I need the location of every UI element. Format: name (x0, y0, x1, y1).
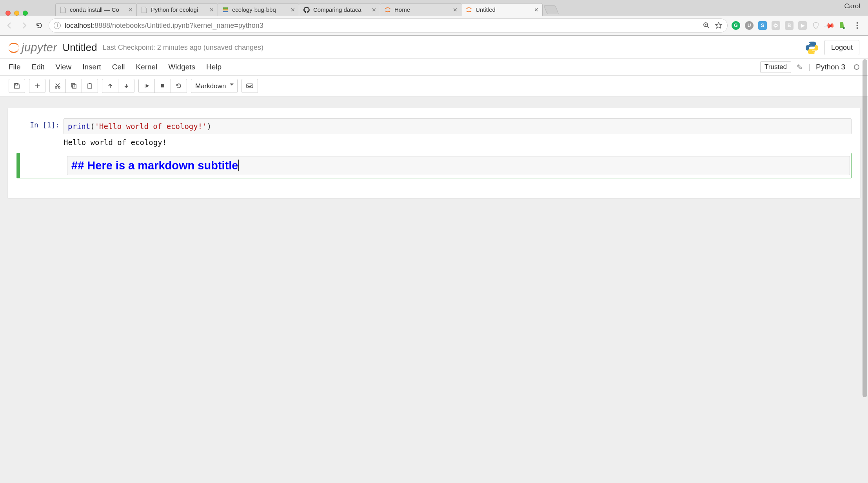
cell-prompt: In [1]: (16, 118, 64, 147)
command-palette-button[interactable] (242, 79, 258, 93)
star-icon[interactable] (715, 22, 723, 29)
cell-prompt-empty (17, 155, 67, 176)
svg-rect-17 (161, 84, 164, 87)
text-cursor (238, 160, 239, 171)
logout-button[interactable]: Logout (824, 40, 859, 55)
cut-button[interactable] (49, 79, 66, 93)
scrollbar-thumb[interactable] (863, 59, 867, 397)
kernel-name[interactable]: Python 3 (816, 63, 845, 71)
save-button[interactable] (9, 79, 25, 93)
cell-type-select[interactable]: Markdown (191, 79, 238, 93)
browser-tab-conda[interactable]: conda install — Co ✕ (55, 3, 137, 16)
close-icon[interactable]: ✕ (291, 7, 295, 13)
markdown-input-area[interactable]: ## Here is a markdown subtitle (67, 156, 850, 175)
extension-skype-icon[interactable]: S (758, 21, 767, 30)
browser-chrome: conda install — Co ✕ Python for ecologi … (0, 0, 868, 36)
extension-icons: G U S B ▶ 📌 0 (732, 20, 864, 31)
maximize-window-button[interactable] (23, 11, 28, 16)
tab-label: conda install — Co (70, 6, 125, 13)
new-tab-button[interactable] (544, 5, 559, 14)
svg-rect-10 (16, 84, 18, 85)
close-icon[interactable]: ✕ (209, 7, 214, 13)
move-down-button[interactable] (118, 79, 134, 93)
interrupt-button[interactable] (154, 79, 171, 93)
menu-insert[interactable]: Insert (82, 63, 101, 71)
jupyter-logo[interactable]: jupyter (9, 41, 57, 54)
notebook-title[interactable]: Untitled (63, 42, 97, 54)
jupyter-logo-text: jupyter (22, 41, 57, 54)
browser-menu-button[interactable] (852, 20, 863, 31)
tab-strip: conda install — Co ✕ Python for ecologi … (0, 0, 868, 16)
address-bar[interactable]: i localhost :8888 /notebooks/Untitled.ip… (49, 18, 728, 33)
svg-point-8 (856, 25, 858, 26)
browser-tab-untitled[interactable]: Untitled ✕ (461, 3, 543, 16)
close-icon[interactable]: ✕ (372, 7, 376, 13)
code-cell[interactable]: In [1]: print('Hello world of ecology!')… (16, 118, 852, 147)
markdown-cell-editing[interactable]: ## Here is a markdown subtitle (16, 153, 852, 178)
window-controls (5, 11, 28, 16)
minimize-window-button[interactable] (14, 11, 19, 16)
extension-shield-icon[interactable] (812, 21, 820, 30)
extension-settings-icon[interactable] (772, 21, 780, 30)
menu-view[interactable]: View (55, 63, 71, 71)
file-icon (141, 7, 147, 13)
paste-button[interactable] (82, 79, 98, 93)
forward-button[interactable] (19, 20, 30, 31)
svg-rect-19 (247, 85, 248, 86)
extension-ublock-icon[interactable]: U (745, 21, 754, 30)
svg-point-9 (856, 27, 858, 29)
code-token-paren: ( (90, 122, 94, 131)
menu-cell[interactable]: Cell (112, 63, 125, 71)
menu-edit[interactable]: Edit (32, 63, 45, 71)
python-logo-icon (805, 41, 819, 55)
close-window-button[interactable] (5, 11, 11, 16)
back-button[interactable] (4, 20, 15, 31)
menu-widgets[interactable]: Widgets (168, 63, 195, 71)
copy-button[interactable] (65, 79, 82, 93)
close-icon[interactable]: ✕ (534, 7, 539, 13)
browser-tab-home[interactable]: Home ✕ (380, 3, 461, 16)
extension-evernote-icon[interactable]: 0 (838, 21, 847, 30)
address-row: i localhost :8888 /notebooks/Untitled.ip… (0, 16, 868, 35)
close-icon[interactable]: ✕ (453, 7, 458, 13)
run-button[interactable] (138, 79, 155, 93)
scrollbar[interactable] (863, 59, 867, 481)
restart-button[interactable] (171, 79, 187, 93)
jupyter-icon (466, 7, 472, 13)
code-input-area[interactable]: print('Hello world of ecology!') (64, 118, 852, 134)
checkpoint-status: Last Checkpoint: 2 minutes ago (unsaved … (103, 44, 263, 52)
browser-tab-github[interactable]: Comparing dataca ✕ (299, 3, 380, 16)
close-icon[interactable]: ✕ (128, 7, 133, 13)
menu-kernel[interactable]: Kernel (136, 63, 157, 71)
svg-rect-20 (249, 85, 249, 86)
jupyter-page: jupyter Untitled Last Checkpoint: 2 minu… (0, 36, 868, 483)
trusted-indicator[interactable]: Trusted (760, 61, 791, 73)
tab-label: Home (394, 6, 450, 13)
jupyter-logo-icon (9, 43, 19, 53)
browser-tab-python-ecology[interactable]: Python for ecologi ✕ (136, 3, 218, 16)
svg-rect-21 (250, 85, 251, 86)
extension-b-icon[interactable]: B (785, 21, 794, 30)
svg-rect-15 (88, 84, 92, 88)
url-port: :8888 (93, 22, 110, 30)
svg-rect-14 (73, 85, 76, 88)
code-token-fn: print (68, 122, 90, 131)
edit-icon[interactable]: ✎ (797, 63, 803, 72)
extension-grammarly-icon[interactable]: G (732, 21, 740, 30)
extension-video-icon[interactable]: ▶ (798, 21, 807, 30)
tab-label: Comparing dataca (313, 6, 369, 13)
site-info-icon[interactable]: i (54, 22, 61, 29)
zoom-icon[interactable] (703, 22, 710, 29)
menu-file[interactable]: File (9, 63, 21, 71)
svg-text:0: 0 (844, 27, 845, 29)
github-icon (303, 7, 310, 13)
profile-name[interactable]: Carol (844, 2, 860, 10)
menu-help[interactable]: Help (206, 63, 222, 71)
pin-icon[interactable]: 📌 (823, 20, 835, 32)
reload-button[interactable] (34, 20, 45, 31)
insert-cell-button[interactable] (29, 79, 45, 93)
move-up-button[interactable] (102, 79, 118, 93)
browser-tab-ecology-bug[interactable]: ecology-bug-bbq ✕ (218, 3, 299, 16)
notebook-container: In [1]: print('Hello world of ecology!')… (8, 108, 860, 198)
svg-rect-16 (89, 83, 91, 84)
